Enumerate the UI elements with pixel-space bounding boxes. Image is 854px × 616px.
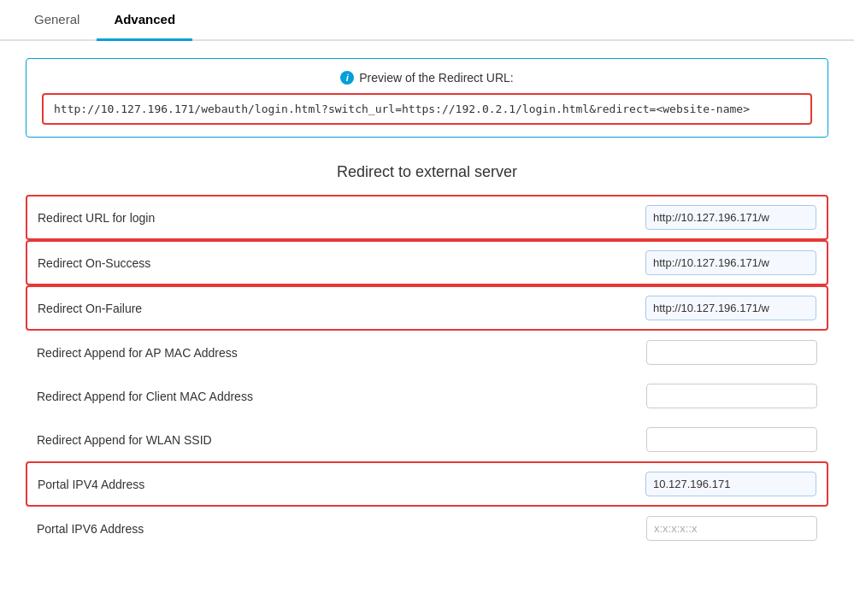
form-label-redirect-on-success: Redirect On-Success [38,256,645,270]
preview-title-text: Preview of the Redirect URL: [359,71,514,85]
form-label-redirect-append-wlan-ssid: Redirect Append for WLAN SSID [37,433,646,447]
form-row-redirect-append-client-mac: Redirect Append for Client MAC Address [26,374,828,418]
form-row-redirect-on-failure: Redirect On-Failure [26,285,828,331]
form-label-redirect-on-failure: Redirect On-Failure [38,302,645,315]
form-input-redirect-on-failure[interactable] [645,296,816,320]
form-row-portal-ipv4-address: Portal IPV4 Address [26,461,828,507]
form-input-portal-ipv6-address[interactable] [646,516,817,541]
form-label-redirect-append-client-mac: Redirect Append for Client MAC Address [37,390,646,403]
main-content: i Preview of the Redirect URL: http://10… [0,41,854,576]
form-input-redirect-append-client-mac[interactable] [646,384,817,408]
form-input-redirect-append-ap-mac[interactable] [646,340,817,365]
form-label-redirect-append-ap-mac: Redirect Append for AP MAC Address [37,346,646,360]
form-input-redirect-on-success[interactable] [645,250,816,275]
tab-advanced[interactable]: Advanced [97,0,192,41]
form-rows: Redirect URL for loginRedirect On-Succes… [26,195,828,550]
form-input-redirect-append-wlan-ssid[interactable] [646,427,817,452]
form-label-portal-ipv6-address: Portal IPV6 Address [37,522,646,536]
form-row-portal-ipv6-address: Portal IPV6 Address [26,507,828,550]
form-label-redirect-url-login: Redirect URL for login [38,211,645,225]
form-row-redirect-append-ap-mac: Redirect Append for AP MAC Address [26,331,828,374]
form-row-redirect-url-login: Redirect URL for login [26,195,828,240]
tab-general[interactable]: General [17,0,97,41]
info-icon: i [340,71,354,85]
form-label-portal-ipv4-address: Portal IPV4 Address [38,478,645,491]
preview-url-text: http://10.127.196.171/webauth/login.html… [54,103,750,115]
tabs-bar: General Advanced [0,0,854,41]
preview-title: i Preview of the Redirect URL: [42,71,812,85]
form-row-redirect-append-wlan-ssid: Redirect Append for WLAN SSID [26,418,828,461]
tab-general-label: General [34,12,80,26]
preview-section: i Preview of the Redirect URL: http://10… [26,58,828,138]
form-input-portal-ipv4-address[interactable] [645,472,816,496]
tab-advanced-label: Advanced [114,12,175,26]
form-input-redirect-url-login[interactable] [645,205,816,230]
preview-url-box: http://10.127.196.171/webauth/login.html… [42,93,812,125]
form-row-redirect-on-success: Redirect On-Success [26,240,828,285]
section-title: Redirect to external server [26,163,828,181]
